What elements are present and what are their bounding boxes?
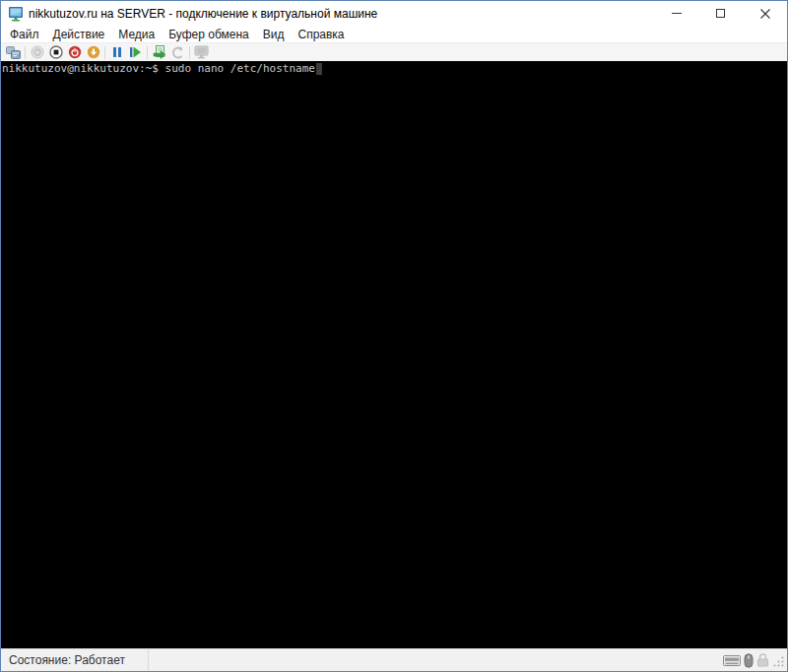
menu-help[interactable]: Справка <box>291 28 351 41</box>
maximize-icon <box>716 9 725 18</box>
shut-down-button[interactable] <box>65 44 84 61</box>
status-section: Состояние: Работает <box>1 649 149 671</box>
menu-file[interactable]: Файл <box>3 28 46 41</box>
save-icon <box>87 45 100 59</box>
ctrl-alt-del-icon <box>6 46 21 59</box>
turn-off-button[interactable] <box>46 44 65 61</box>
ctrl-alt-del-button[interactable] <box>4 44 23 61</box>
start-button[interactable] <box>28 44 46 61</box>
menu-clipboard[interactable]: Буфер обмена <box>162 28 256 41</box>
pause-button[interactable] <box>107 44 126 61</box>
vm-terminal-screen[interactable]: nikkutuzov@nikkutuzov:~$ sudo nano /etc/… <box>1 61 787 648</box>
menu-action[interactable]: Действие <box>46 28 112 41</box>
toolbar-separator <box>104 46 105 59</box>
menu-bar: Файл Действие Медиа Буфер обмена Вид Спр… <box>1 26 787 42</box>
terminal-prompt-text: nikkutuzov@nikkutuzov:~$ sudo nano /etc/… <box>2 62 315 76</box>
toolbar-separator <box>25 46 26 59</box>
checkpoint-button[interactable] <box>150 44 168 61</box>
shut-down-icon <box>68 45 82 59</box>
minimize-button[interactable] <box>654 1 698 26</box>
menu-media[interactable]: Медиа <box>111 28 162 41</box>
toolbar-separator <box>147 46 148 59</box>
window-title: nikkutuzov.ru на SERVER - подключение к … <box>29 6 654 21</box>
window-controls <box>654 1 787 26</box>
vm-status-text: Состояние: Работает <box>9 653 125 667</box>
terminal-cursor <box>316 63 322 75</box>
start-icon <box>31 45 44 59</box>
resume-button[interactable] <box>126 44 145 61</box>
title-bar: nikkutuzov.ru на SERVER - подключение к … <box>1 1 787 26</box>
close-icon <box>760 9 770 19</box>
lock-icon <box>756 653 769 667</box>
save-button[interactable] <box>84 44 102 61</box>
mouse-icon <box>744 653 754 668</box>
revert-icon <box>171 46 184 59</box>
status-icons <box>723 653 787 668</box>
enhanced-session-icon <box>194 45 209 59</box>
enhanced-session-button[interactable] <box>192 44 211 61</box>
resume-icon <box>129 46 142 58</box>
minimize-icon <box>672 13 682 14</box>
revert-button[interactable] <box>168 44 187 61</box>
checkpoint-icon <box>153 45 166 59</box>
toolbar <box>1 42 787 61</box>
pause-icon <box>111 46 123 58</box>
toolbar-separator <box>189 46 190 59</box>
resize-grip[interactable] <box>772 655 785 668</box>
turn-off-icon <box>49 45 63 59</box>
menu-view[interactable]: Вид <box>256 28 292 41</box>
virtual-machine-monitor-icon <box>8 6 24 22</box>
status-bar: Состояние: Работает <box>1 648 787 671</box>
close-button[interactable] <box>743 1 787 26</box>
terminal-line: nikkutuzov@nikkutuzov:~$ sudo nano /etc/… <box>2 62 787 76</box>
keyboard-icon <box>723 654 741 667</box>
vm-connection-window: nikkutuzov.ru на SERVER - подключение к … <box>0 0 788 672</box>
maximize-button[interactable] <box>698 1 743 26</box>
status-spacer <box>149 649 723 671</box>
